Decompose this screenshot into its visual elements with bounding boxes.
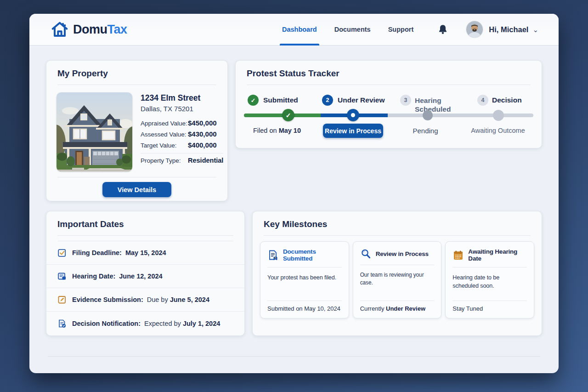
evidence-submission-row: Evidence Submission: Due by June 5, 2024 <box>46 288 244 312</box>
milestone-title: Documents Submitted <box>283 248 342 262</box>
filing-deadline-row: Filing Deadline: May 15, 2024 <box>46 241 244 265</box>
brand-name: DomuTax <box>73 23 127 37</box>
documents-submitted-icon <box>267 250 279 261</box>
divider <box>267 267 342 267</box>
field-value: $400,000 <box>188 141 217 149</box>
tracker-title: Protest Status Tracker <box>236 61 542 85</box>
field-label: Property Type: <box>141 157 188 164</box>
milestone-body: Hearing date to be scheduled soon. <box>452 273 527 295</box>
step1-label: Submitted <box>263 96 298 104</box>
step3-label: Hearing Scheduled <box>415 96 453 114</box>
chevron-down-icon[interactable]: ⌄ <box>532 26 538 33</box>
step2-number-badge: 2 <box>322 95 333 106</box>
protest-status-tracker-card: Protest Status Tracker ✓ Submitted 2 Und… <box>235 60 542 148</box>
milestone-footer: Stay Tuned <box>452 305 527 312</box>
clipboard-pencil-icon <box>57 295 67 304</box>
checkbox-check-icon <box>57 248 67 257</box>
milestone-title: Awaiting Hearing Date <box>468 248 527 262</box>
important-dates-card: Important Dates Filing Deadline: May 15,… <box>46 211 245 336</box>
field-label: Target Value: <box>141 142 188 149</box>
milestone-footer: Submitted on May 10, 2024 <box>267 305 342 312</box>
document-check-icon <box>57 319 67 328</box>
key-milestones-card: Key Milestones <box>252 211 542 336</box>
divider <box>57 177 216 177</box>
top-navbar: DomuTax Dashboard Documents Support <box>29 14 559 45</box>
divider <box>267 301 342 301</box>
appraised-value-row: Appraised Value: $450,000 <box>141 119 223 127</box>
date-label: Hearing Date: <box>72 273 115 280</box>
user-greeting[interactable]: Hi, Michael <box>489 25 528 34</box>
field-value: Residential <box>188 157 223 164</box>
brand-logo[interactable]: DomuTax <box>51 20 127 39</box>
notifications-bell-icon[interactable] <box>438 24 448 35</box>
property-photo <box>57 92 132 171</box>
progress-node-under-review <box>347 109 359 121</box>
assessed-value-row: Assessed Value: $430,000 <box>141 130 223 138</box>
property-city: Dallas, TX 75201 <box>141 105 223 113</box>
milestone-review-in-process: Review in Process Our team is reviewing … <box>353 241 442 318</box>
step1-check-badge: ✓ <box>248 95 259 106</box>
nav-tab-dashboard[interactable]: Dashboard <box>273 14 326 45</box>
step4-number-badge: 4 <box>477 95 488 106</box>
property-type-row: Property Type: Residential <box>141 157 223 164</box>
date-label: Decision Notification: <box>72 320 141 327</box>
step2-label: Under Review <box>338 96 385 104</box>
date-label: Evidence Submission: <box>72 296 143 303</box>
step3-number-badge: 3 <box>400 95 411 106</box>
decision-notification-row: Decision Notification: Expected by July … <box>46 312 244 335</box>
date-label: Filing Deadline: <box>72 249 122 256</box>
target-value-row: Target Value: $400,000 <box>141 141 223 149</box>
milestone-body: Our team is reviewing your case. <box>360 271 435 295</box>
view-details-button[interactable]: View Details <box>102 182 171 197</box>
user-avatar[interactable] <box>466 21 483 38</box>
step1-caption: Filed on May 10 <box>253 127 301 134</box>
divider <box>452 301 527 301</box>
date-value: May 15, 2024 <box>125 249 166 256</box>
date-value: July 1, 2024 <box>183 320 220 327</box>
divider <box>452 267 527 267</box>
date-value: June 12, 2024 <box>119 273 162 280</box>
hearing-date-row: Hearing Date: June 12, 2024 <box>46 265 244 288</box>
calendar-icon <box>452 250 464 261</box>
review-in-process-button[interactable]: Review in Process <box>323 124 383 138</box>
field-value: $430,000 <box>188 130 217 138</box>
dashboard-content: My Property <box>29 45 559 373</box>
divider <box>57 235 233 236</box>
date-value: June 5, 2024 <box>170 296 209 303</box>
property-address: 1234 Elm Street <box>141 93 223 103</box>
field-label: Appraised Value: <box>141 120 188 127</box>
milestone-footer: Currently Under Review <box>360 305 435 312</box>
key-milestones-title: Key Milestones <box>253 211 542 235</box>
milestone-awaiting-hearing-date: Awaiting Hearing Date Hearing date to be… <box>445 241 534 318</box>
divider <box>247 85 531 85</box>
field-value: $450,000 <box>188 119 217 127</box>
date-prefix: Due by <box>147 296 170 303</box>
divider <box>360 301 435 301</box>
house-logo-icon <box>51 20 69 39</box>
divider <box>141 153 223 153</box>
footer-divider <box>48 356 540 357</box>
progress-node-submitted: ✓ <box>282 109 294 121</box>
magnifier-icon <box>360 248 372 260</box>
step4-caption: Awaiting Outcome <box>471 127 525 134</box>
step3-caption: Pending <box>413 127 438 135</box>
divider <box>360 265 435 265</box>
progress-node-hearing <box>423 110 433 120</box>
main-nav: Dashboard Documents Support <box>273 14 422 45</box>
progress-node-decision <box>493 110 504 121</box>
milestone-title: Review in Process <box>376 250 429 257</box>
milestone-body: Your protest has been filed. <box>267 273 342 295</box>
date-prefix: Expected by <box>144 320 183 327</box>
hearing-card-icon <box>57 272 67 281</box>
divider <box>264 235 531 236</box>
my-property-card: My Property <box>46 60 228 201</box>
my-property-title: My Property <box>46 61 227 85</box>
field-label: Assessed Value: <box>141 131 188 138</box>
important-dates-title: Important Dates <box>46 211 244 235</box>
milestone-documents-submitted: Documents Submitted Your protest has bee… <box>260 241 349 318</box>
app-window: DomuTax Dashboard Documents Support <box>29 14 559 373</box>
nav-tab-support[interactable]: Support <box>379 14 423 45</box>
step4-label: Decision <box>492 96 522 104</box>
nav-tab-documents[interactable]: Documents <box>326 14 379 45</box>
